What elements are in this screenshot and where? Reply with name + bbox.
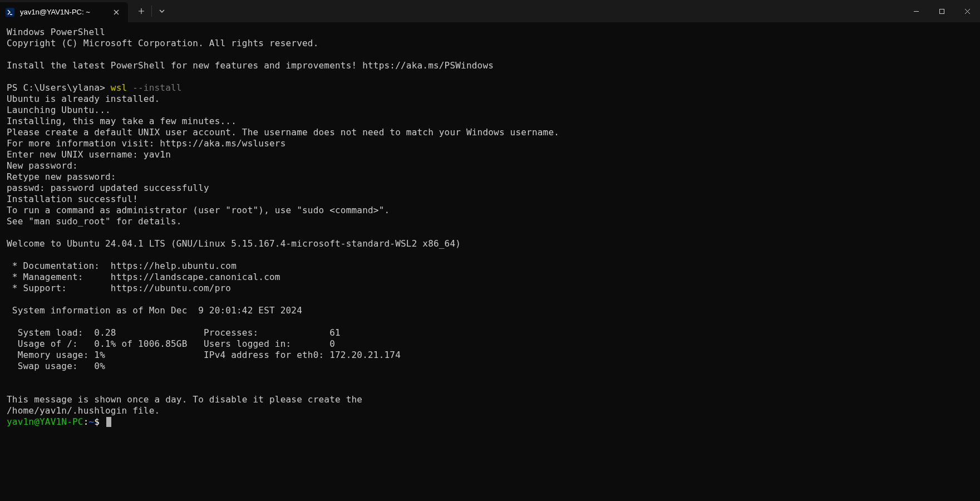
- terminal-line: Ubuntu is already installed.: [7, 94, 973, 105]
- terminal-line: * Documentation: https://help.ubuntu.com: [7, 261, 973, 272]
- terminal-line: [7, 71, 973, 82]
- ps-prompt: PS C:\Users\ylana>: [7, 82, 111, 93]
- bash-prompt-path: ~: [89, 416, 95, 427]
- terminal-line: passwd: password updated successfully: [7, 183, 973, 194]
- titlebar: yav1n@YAV1N-PC: ~: [0, 0, 980, 22]
- powershell-icon: [6, 8, 14, 17]
- terminal-line: * Management: https://landscape.canonica…: [7, 272, 973, 283]
- bash-prompt-colon: :: [83, 416, 89, 427]
- svg-rect-0: [939, 9, 944, 13]
- terminal-line: Enter new UNIX username: yav1n: [7, 149, 973, 160]
- terminal-line: Windows PowerShell: [7, 27, 973, 38]
- terminal-line: Launching Ubuntu...: [7, 105, 973, 116]
- terminal-line: [7, 316, 973, 327]
- cursor-icon: [106, 417, 111, 427]
- tab-dropdown-button[interactable]: [152, 0, 172, 22]
- tabs-region: yav1n@YAV1N-PC: ~: [0, 0, 172, 22]
- terminal-line: [7, 294, 973, 305]
- tab-title: yav1n@YAV1N-PC: ~: [20, 8, 106, 17]
- terminal-line: /home/yav1n/.hushlogin file.: [7, 405, 973, 416]
- bash-prompt-dollar: $: [94, 416, 105, 427]
- bash-prompt-line: yav1n@YAV1N-PC:~$: [7, 416, 973, 428]
- terminal-area[interactable]: Windows PowerShellCopyright (C) Microsof…: [0, 22, 980, 501]
- terminal-line: [7, 227, 973, 238]
- cmd-args: --install: [127, 82, 181, 93]
- minimize-button[interactable]: [903, 0, 929, 22]
- terminal-line: New password:: [7, 160, 973, 171]
- terminal-line: For more information visit: https://aka.…: [7, 138, 973, 149]
- terminal-line: Installation successful!: [7, 194, 973, 205]
- terminal-line: Install the latest PowerShell for new fe…: [7, 60, 973, 71]
- terminal-line: This message is shown once a day. To dis…: [7, 394, 973, 405]
- terminal-line: System load: 0.28 Processes: 61: [7, 327, 973, 338]
- terminal-line: Retype new password:: [7, 171, 973, 183]
- bash-prompt-user: yav1n@YAV1N-PC: [7, 416, 83, 427]
- terminal-line: [7, 49, 973, 60]
- terminal-line: To run a command as administrator (user …: [7, 205, 973, 216]
- prompt-line: PS C:\Users\ylana> wsl --install: [7, 82, 973, 94]
- terminal-line: [7, 383, 973, 394]
- close-button[interactable]: [954, 0, 980, 22]
- terminal-line: [7, 372, 973, 383]
- tab-actions: [131, 0, 172, 22]
- cmd-executable: wsl: [111, 82, 127, 93]
- terminal-line: See "man sudo_root" for details.: [7, 216, 973, 227]
- window-controls: [903, 0, 980, 22]
- terminal-line: Memory usage: 1% IPv4 address for eth0: …: [7, 350, 973, 361]
- maximize-button[interactable]: [929, 0, 954, 22]
- terminal-line: System information as of Mon Dec 9 20:01…: [7, 305, 973, 316]
- terminal-line: * Support: https://ubuntu.com/pro: [7, 283, 973, 294]
- terminal-line: Welcome to Ubuntu 24.04.1 LTS (GNU/Linux…: [7, 238, 973, 249]
- terminal-line: [7, 249, 973, 261]
- tab-close-button[interactable]: [111, 7, 121, 17]
- new-tab-button[interactable]: [131, 0, 151, 22]
- terminal-line: Usage of /: 0.1% of 1006.85GB Users logg…: [7, 338, 973, 350]
- terminal-line: Please create a default UNIX user accoun…: [7, 127, 973, 138]
- terminal-line: Swap usage: 0%: [7, 361, 973, 372]
- terminal-line: Installing, this may take a few minutes.…: [7, 116, 973, 127]
- terminal-line: Copyright (C) Microsoft Corporation. All…: [7, 38, 973, 49]
- output-lines: Ubuntu is already installed.Launching Ub…: [7, 94, 973, 416]
- tab-active[interactable]: yav1n@YAV1N-PC: ~: [0, 2, 128, 22]
